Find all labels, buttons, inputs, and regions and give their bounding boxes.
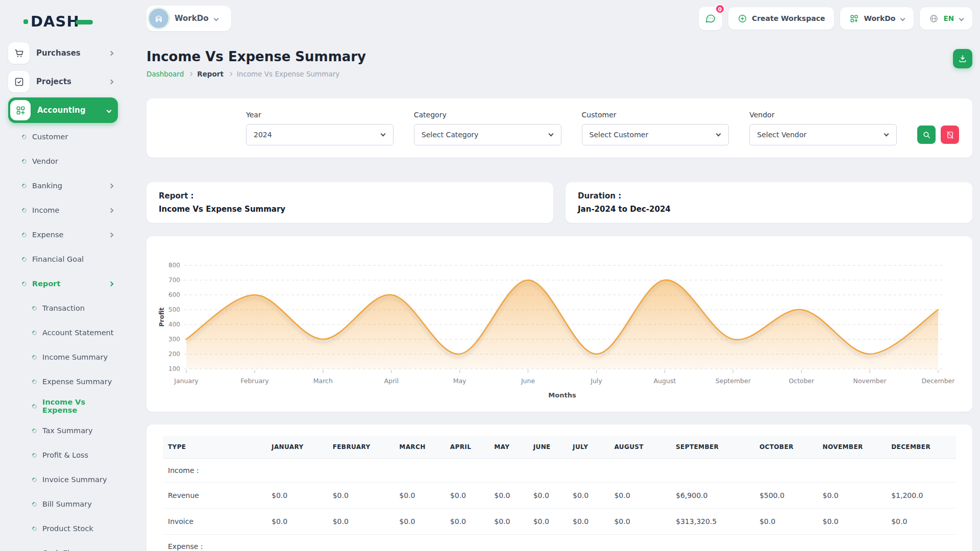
- bullet-icon: [21, 207, 28, 214]
- sidebar-item-accounting[interactable]: Accounting: [8, 97, 118, 123]
- sidebar-item-product-stock[interactable]: Product Stock: [8, 516, 118, 541]
- sidebar-item-bill-summary[interactable]: Bill Summary: [8, 492, 118, 516]
- svg-text:June: June: [521, 377, 535, 385]
- table-header-cell: JULY: [568, 436, 609, 459]
- svg-text:November: November: [853, 377, 887, 385]
- category-field: Category Select Category: [414, 111, 561, 145]
- svg-text:700: 700: [168, 277, 180, 284]
- bullet-icon: [21, 281, 28, 287]
- customer-label: Customer: [582, 111, 729, 119]
- category-select-value: Select Category: [422, 131, 479, 139]
- sidebar-item-profit-loss[interactable]: Profit & Loss: [8, 443, 118, 467]
- sidebar-item-transaction[interactable]: Transaction: [8, 296, 118, 320]
- svg-text:December: December: [922, 377, 955, 385]
- sidebar-item-purchases[interactable]: Purchases: [8, 39, 118, 67]
- table-cell: $6,900.0: [671, 483, 754, 509]
- table-cell: $0.0: [528, 509, 568, 535]
- sidebar-item-customer[interactable]: Customer: [8, 124, 118, 149]
- sidebar-item-vendor[interactable]: Vendor: [8, 149, 118, 173]
- page-header: Income Vs Expense Summary DashboardRepor…: [146, 49, 972, 78]
- bullet-icon: [31, 403, 38, 410]
- svg-text:May: May: [453, 377, 467, 385]
- report-value: Income Vs Expense Summary: [159, 205, 541, 214]
- table-cell: $1,200.0: [886, 483, 956, 509]
- duration-label: Duration :: [578, 191, 960, 201]
- sidebar-item-label: Financial Goal: [32, 255, 84, 263]
- customer-select[interactable]: Select Customer: [582, 124, 729, 145]
- table-header-cell: APRIL: [445, 436, 489, 459]
- sidebar-item-projects[interactable]: Projects: [8, 67, 118, 96]
- page-title: Income Vs Expense Summary: [146, 49, 366, 64]
- messages-button[interactable]: 0: [699, 7, 722, 30]
- create-workspace-button[interactable]: Create Workspace: [728, 7, 835, 30]
- category-select[interactable]: Select Category: [414, 124, 561, 145]
- workspace-avatar: [149, 9, 168, 28]
- filter-card: Year 2024 Category Select Category Custo…: [146, 98, 972, 158]
- svg-text:March: March: [313, 377, 333, 385]
- vendor-select[interactable]: Select Vendor: [749, 124, 897, 145]
- chevron-down-icon: [884, 132, 889, 137]
- svg-text:800: 800: [168, 262, 180, 269]
- svg-text:500: 500: [168, 306, 180, 313]
- app-logo[interactable]: DASH: [23, 11, 118, 32]
- messages-badge: 0: [715, 4, 725, 14]
- sidebar-item-tax-summary[interactable]: Tax Summary: [8, 418, 118, 443]
- chevron-right-icon: [109, 79, 114, 84]
- table-cell: $0.0: [489, 509, 528, 535]
- sidebar-item-label: Purchases: [36, 48, 81, 58]
- bullet-icon: [31, 525, 38, 532]
- sidebar-item-financial-goal[interactable]: Financial Goal: [8, 247, 118, 271]
- table-cell: $0.0: [489, 483, 528, 509]
- sidebar-item-income[interactable]: Income: [8, 198, 118, 222]
- table-row-income: Income :: [163, 459, 956, 483]
- sidebar-item-label: Income Summary: [42, 353, 108, 361]
- sidebar-item-expense-summary[interactable]: Expense Summary: [8, 369, 118, 394]
- table-cell: $0.0: [445, 483, 489, 509]
- bullet-icon: [31, 477, 38, 483]
- table-header-cell: MAY: [489, 436, 528, 459]
- year-select-value: 2024: [254, 131, 272, 139]
- svg-text:January: January: [174, 377, 199, 385]
- sidebar-item-label: Report: [32, 280, 60, 288]
- table-section-label: Income :: [163, 459, 956, 483]
- table-cell: $0.0: [328, 483, 395, 509]
- sidebar: DASH PurchasesProjectsAccountingCustomer…: [0, 0, 126, 551]
- download-button[interactable]: [953, 49, 972, 68]
- apply-filter-button[interactable]: [917, 126, 936, 144]
- workspace-switcher[interactable]: WorkDo: [146, 6, 231, 31]
- table-cell: $500.0: [754, 483, 818, 509]
- sidebar-item-label: Income Vs Expense: [42, 398, 118, 414]
- breadcrumb-item-report[interactable]: Report: [197, 70, 224, 78]
- grid-plus-icon: [849, 14, 859, 23]
- svg-text:100: 100: [168, 365, 180, 372]
- sidebar-item-expense[interactable]: Expense: [8, 222, 118, 247]
- sidebar-item-label: Tax Summary: [42, 427, 93, 435]
- year-select[interactable]: 2024: [246, 124, 394, 145]
- language-button[interactable]: EN: [920, 7, 972, 30]
- table-header-cell: DECEMBER: [886, 436, 956, 459]
- workspace-name: WorkDo: [175, 14, 208, 23]
- sidebar-item-report[interactable]: Report: [8, 271, 118, 296]
- logo-text: DASH: [31, 13, 80, 30]
- sidebar-item-cash-flow[interactable]: Cash Flow: [8, 541, 118, 551]
- bullet-icon: [21, 158, 28, 165]
- breadcrumb-item-dashboard[interactable]: Dashboard: [146, 70, 184, 78]
- sidebar-item-label: Expense: [32, 231, 64, 239]
- svg-text:August: August: [654, 377, 676, 385]
- duration-card: Duration : Jan-2024 to Dec-2024: [566, 182, 972, 223]
- page-content: Income Vs Expense Summary DashboardRepor…: [126, 49, 980, 551]
- sidebar-item-income-summary[interactable]: Income Summary: [8, 345, 118, 369]
- sidebar-item-label: Profit & Loss: [42, 451, 88, 459]
- table-header-cell: OCTOBER: [754, 436, 818, 459]
- reset-filter-button[interactable]: [941, 126, 959, 144]
- app-menu-button[interactable]: WorkDo: [840, 7, 914, 30]
- table-header-cell: FEBRUARY: [328, 436, 395, 459]
- sidebar-item-invoice-summary[interactable]: Invoice Summary: [8, 467, 118, 492]
- sidebar-item-banking[interactable]: Banking: [8, 173, 118, 198]
- sidebar-item-account-statement[interactable]: Account Statement: [8, 320, 118, 345]
- sidebar-item-label: Vendor: [32, 157, 58, 165]
- year-field: Year 2024: [246, 111, 394, 145]
- sidebar-item-income-vs-expense[interactable]: Income Vs Expense: [8, 394, 118, 418]
- sidebar-item-label: Cash Flow: [42, 549, 80, 551]
- sidebar-item-label: Transaction: [42, 304, 85, 312]
